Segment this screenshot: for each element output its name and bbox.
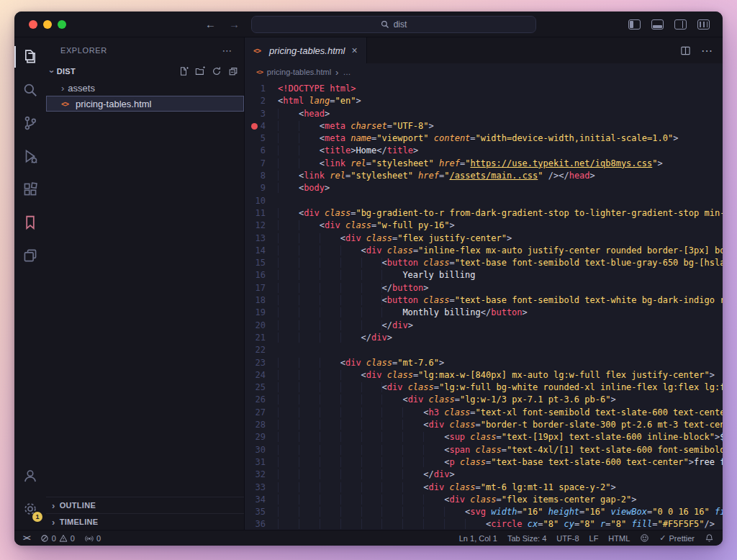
code-line[interactable]: 34 <div class="flex items-center gap-2"> bbox=[245, 494, 723, 506]
code-line[interactable]: 15 <button class="text-base font-semibol… bbox=[245, 257, 723, 269]
search-view-icon[interactable] bbox=[14, 73, 46, 107]
tree-item-assets[interactable]: › assets bbox=[46, 80, 244, 96]
split-editor-icon[interactable] bbox=[680, 45, 691, 56]
line-number[interactable]: 26 bbox=[245, 394, 278, 406]
explorer-icon[interactable] bbox=[14, 40, 46, 73]
code-line[interactable]: 7 <link rel="stylesheet" href="https://u… bbox=[245, 158, 723, 170]
new-file-icon[interactable] bbox=[178, 66, 189, 76]
run-debug-icon[interactable] bbox=[14, 140, 46, 173]
line-number[interactable]: 9 bbox=[245, 182, 278, 194]
close-tab-icon[interactable]: × bbox=[351, 45, 359, 56]
cursor-position[interactable]: Ln 1, Col 1 bbox=[459, 534, 497, 543]
command-center-search[interactable]: dist bbox=[251, 16, 536, 33]
line-number[interactable]: 21 bbox=[245, 332, 278, 344]
code-line[interactable]: 22 bbox=[245, 344, 723, 356]
layers-icon[interactable] bbox=[14, 239, 46, 272]
code-line[interactable]: 27 <h3 class="text-xl font-semibold text… bbox=[245, 407, 723, 419]
code-line[interactable]: 10 bbox=[245, 195, 723, 207]
line-number[interactable]: 19 bbox=[245, 307, 278, 319]
code-area[interactable]: 1<!DOCTYPE html>2<html lang="en">3 <head… bbox=[245, 81, 723, 530]
line-number[interactable]: 24 bbox=[245, 369, 278, 381]
ports-status[interactable]: 0 bbox=[85, 534, 101, 543]
code-line[interactable]: 4 <meta charset="UTF-8"> bbox=[245, 120, 723, 132]
editor-more-actions-icon[interactable]: ⋯ bbox=[701, 44, 713, 58]
eol-status[interactable]: LF bbox=[589, 534, 599, 543]
line-number[interactable]: 14 bbox=[245, 245, 278, 257]
code-line[interactable]: 31 <p class="text-base text-slate-600 te… bbox=[245, 456, 723, 469]
code-line[interactable]: 32 </div> bbox=[245, 469, 723, 481]
code-line[interactable]: 12 <div class="w-full py-16"> bbox=[245, 220, 723, 232]
remote-indicator[interactable]: >< bbox=[23, 534, 30, 542]
code-line[interactable]: 35 <svg width="16" height="16" viewBox="… bbox=[245, 506, 723, 518]
back-arrow-icon[interactable]: ← bbox=[205, 19, 216, 30]
line-number[interactable]: 12 bbox=[245, 220, 278, 232]
code-line[interactable]: 36 <circle cx="8" cy="8" r="8" fill="#F5… bbox=[245, 518, 723, 530]
line-number[interactable]: 8 bbox=[245, 170, 278, 182]
line-number[interactable]: 17 bbox=[245, 282, 278, 294]
line-number[interactable]: 20 bbox=[245, 320, 278, 332]
line-number[interactable]: 29 bbox=[245, 431, 278, 443]
minimize-window-button[interactable] bbox=[43, 20, 52, 29]
code-line[interactable]: 14 <div class="inline-flex mx-auto justi… bbox=[245, 245, 723, 257]
line-number[interactable]: 32 bbox=[245, 469, 278, 481]
folder-section-dist[interactable]: › DIST bbox=[46, 63, 244, 80]
feedback-smiley-icon[interactable] bbox=[640, 533, 649, 543]
tab-pricing-tables[interactable]: <> pricing-tables.html × bbox=[245, 37, 367, 63]
code-line[interactable]: 21 </div> bbox=[245, 332, 723, 344]
line-number[interactable]: 23 bbox=[245, 357, 278, 369]
extensions-icon[interactable] bbox=[14, 173, 46, 206]
line-number[interactable]: 1 bbox=[245, 83, 278, 95]
line-number[interactable]: 6 bbox=[245, 145, 278, 157]
code-line[interactable]: 28 <div class="border-t border-slate-300… bbox=[245, 419, 723, 431]
code-line[interactable]: 6 <title>Home</title> bbox=[245, 145, 723, 157]
line-number[interactable]: 22 bbox=[245, 344, 278, 356]
toggle-panel-icon[interactable] bbox=[651, 19, 664, 30]
code-line[interactable]: 11 <div class="bg-gradient-to-r from-dar… bbox=[245, 207, 723, 220]
line-number[interactable]: 18 bbox=[245, 294, 278, 307]
line-number[interactable]: 10 bbox=[245, 195, 278, 207]
outline-section[interactable]: › OUTLINE bbox=[46, 497, 244, 513]
line-number[interactable]: 27 bbox=[245, 407, 278, 419]
code-line[interactable]: 18 <button class="text-base font-semibol… bbox=[245, 294, 723, 307]
line-number[interactable]: 34 bbox=[245, 494, 278, 506]
toggle-secondary-sidebar-icon[interactable] bbox=[674, 19, 687, 30]
line-number[interactable]: 36 bbox=[245, 518, 278, 530]
code-line[interactable]: 20 </div> bbox=[245, 320, 723, 332]
code-line[interactable]: 1<!DOCTYPE html> bbox=[245, 83, 723, 95]
code-line[interactable]: 19 Monthly billing</button> bbox=[245, 307, 723, 319]
notifications-bell-icon[interactable] bbox=[705, 533, 714, 543]
code-line[interactable]: 30 <span class="text-4xl/[1] text-slate-… bbox=[245, 444, 723, 456]
line-number[interactable]: 11 bbox=[245, 207, 278, 220]
line-number[interactable]: 15 bbox=[245, 257, 278, 269]
breadcrumb-file[interactable]: pricing-tables.html bbox=[267, 68, 331, 76]
problems-status[interactable]: 0 0 bbox=[40, 534, 75, 543]
line-number[interactable]: 16 bbox=[245, 269, 278, 281]
code-line[interactable]: 24 <div class="lg:max-w-[840px] mx-auto … bbox=[245, 369, 723, 381]
code-line[interactable]: 29 <sup class="text-[19px] text-slate-60… bbox=[245, 431, 723, 443]
line-number[interactable]: 3 bbox=[245, 108, 278, 120]
breadcrumb-more[interactable]: … bbox=[343, 68, 351, 76]
line-number[interactable]: 35 bbox=[245, 506, 278, 518]
line-number[interactable]: 30 bbox=[245, 444, 278, 456]
code-line[interactable]: 2<html lang="en"> bbox=[245, 95, 723, 107]
breadcrumb[interactable]: <> pricing-tables.html › … bbox=[245, 63, 723, 81]
timeline-section[interactable]: › TIMELINE bbox=[46, 513, 244, 530]
code-line[interactable]: 5 <meta name="viewport" content="width=d… bbox=[245, 132, 723, 145]
code-line[interactable]: 16 Yearly billing bbox=[245, 269, 723, 281]
line-number[interactable]: 5 bbox=[245, 132, 278, 145]
line-number[interactable]: 2 bbox=[245, 95, 278, 107]
code-line[interactable]: 23 <div class="mt-7.6"> bbox=[245, 357, 723, 369]
explorer-more-actions-icon[interactable]: ⋯ bbox=[222, 45, 232, 56]
code-line[interactable]: 17 </button> bbox=[245, 282, 723, 294]
source-control-icon[interactable] bbox=[14, 107, 46, 140]
forward-arrow-icon[interactable]: → bbox=[229, 19, 240, 30]
breakpoint-dot[interactable] bbox=[251, 123, 258, 130]
line-number[interactable]: 25 bbox=[245, 381, 278, 394]
zoom-window-button[interactable] bbox=[58, 20, 66, 29]
formatter-status[interactable]: ✓ Prettier bbox=[659, 533, 695, 543]
close-window-button[interactable] bbox=[29, 20, 37, 29]
new-folder-icon[interactable] bbox=[195, 66, 205, 76]
language-mode[interactable]: HTML bbox=[608, 534, 630, 543]
bookmarks-icon[interactable] bbox=[14, 206, 46, 239]
customize-layout-icon[interactable] bbox=[697, 19, 710, 30]
